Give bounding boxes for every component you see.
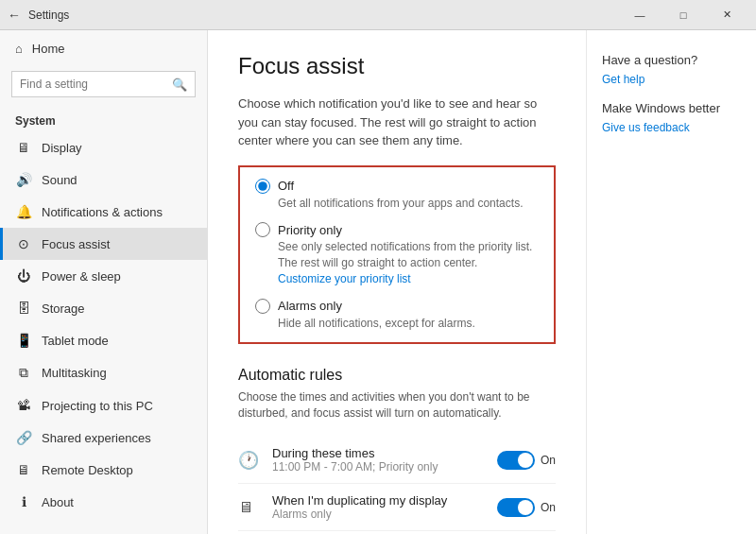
sidebar-item-projecting[interactable]: 📽 Projecting to this PC bbox=[0, 389, 207, 422]
main-content: Focus assist Choose which notification y… bbox=[208, 30, 586, 534]
sound-icon: 🔊 bbox=[15, 172, 32, 187]
shared-icon: 🔗 bbox=[15, 430, 32, 445]
automatic-rules-desc: Choose the times and activities when you… bbox=[238, 389, 556, 422]
mode-priority-radio[interactable] bbox=[255, 222, 270, 237]
rule-times-toggle[interactable] bbox=[497, 451, 535, 470]
sidebar-item-label: Multitasking bbox=[42, 366, 107, 380]
about-icon: ℹ bbox=[15, 494, 32, 509]
sidebar-item-notifications[interactable]: 🔔 Notifications & actions bbox=[0, 196, 207, 228]
sidebar-item-label: Remote Desktop bbox=[42, 463, 133, 477]
sidebar-item-power[interactable]: ⏻ Power & sleep bbox=[0, 260, 207, 292]
sidebar-item-label: Projecting to this PC bbox=[42, 399, 153, 413]
sidebar-item-focus-assist[interactable]: ⊙ Focus assist bbox=[0, 228, 207, 260]
automatic-rules-title: Automatic rules bbox=[238, 367, 556, 384]
mode-alarms-label[interactable]: Alarms only bbox=[278, 299, 342, 313]
rule-times-sub: 11:00 PM - 7:00 AM; Priority only bbox=[272, 460, 497, 474]
notifications-icon: 🔔 bbox=[15, 204, 32, 219]
home-icon: ⌂ bbox=[15, 42, 23, 56]
search-icon: 🔍 bbox=[172, 78, 187, 92]
close-button[interactable]: ✕ bbox=[705, 0, 748, 30]
rule-times-text: During these times 11:00 PM - 7:00 AM; P… bbox=[272, 446, 497, 474]
sidebar-home-button[interactable]: ⌂ Home bbox=[0, 30, 207, 67]
sidebar-item-storage[interactable]: 🗄 Storage bbox=[0, 292, 207, 324]
sidebar-item-label: About bbox=[42, 495, 74, 509]
rule-duplicating-toggle-label: On bbox=[541, 501, 556, 514]
mode-alarms-desc: Hide all notifications, except for alarm… bbox=[255, 316, 539, 332]
sidebar-item-label: Focus assist bbox=[42, 237, 110, 251]
sidebar-item-multitasking[interactable]: ⧉ Multitasking bbox=[0, 356, 207, 389]
rule-duplicating-row: 🖥 When I'm duplicating my display Alarms… bbox=[238, 484, 556, 531]
page-title: Focus assist bbox=[238, 53, 556, 79]
rule-times-row: 🕐 During these times 11:00 PM - 7:00 AM;… bbox=[238, 437, 556, 484]
rule-times-icon: 🕐 bbox=[238, 450, 272, 471]
app-title: Settings bbox=[28, 9, 69, 22]
mode-off-option: Off Get all notifications from your apps… bbox=[255, 179, 539, 212]
sidebar-item-label: Sound bbox=[42, 173, 77, 187]
window-controls: — □ ✕ bbox=[618, 0, 748, 30]
sidebar-item-shared[interactable]: 🔗 Shared experiences bbox=[0, 422, 207, 454]
mode-alarms-radio[interactable] bbox=[255, 299, 270, 314]
sidebar-item-label: Display bbox=[42, 141, 82, 155]
rule-duplicating-text: When I'm duplicating my display Alarms o… bbox=[272, 493, 497, 521]
rule-times-toggle-label: On bbox=[541, 454, 556, 467]
mode-selection-box: Off Get all notifications from your apps… bbox=[238, 165, 556, 345]
back-icon[interactable]: ← bbox=[8, 8, 21, 23]
sidebar-section-label: System bbox=[0, 105, 207, 131]
rule-duplicating-icon: 🖥 bbox=[238, 499, 272, 516]
mode-priority-label[interactable]: Priority only bbox=[278, 223, 342, 237]
right-panel: Have a question? Get help Make Windows b… bbox=[586, 30, 756, 534]
question-title: Have a question? bbox=[602, 53, 741, 67]
mode-off-label[interactable]: Off bbox=[278, 179, 294, 193]
rule-times-name: During these times bbox=[272, 446, 497, 460]
page-description: Choose which notification you'd like to … bbox=[238, 95, 556, 150]
rule-duplicating-toggle[interactable] bbox=[497, 498, 535, 517]
sidebar-item-label: Notifications & actions bbox=[42, 205, 163, 219]
rule-times-toggle-container: On bbox=[497, 451, 556, 470]
maximize-button[interactable]: □ bbox=[662, 0, 705, 30]
projecting-icon: 📽 bbox=[15, 398, 32, 413]
remote-icon: 🖥 bbox=[15, 462, 32, 477]
mode-off-desc: Get all notifications from your apps and… bbox=[255, 196, 539, 212]
focus-assist-icon: ⊙ bbox=[15, 236, 32, 251]
storage-icon: 🗄 bbox=[15, 301, 32, 316]
mode-alarms-option: Alarms only Hide all notifications, exce… bbox=[255, 299, 539, 332]
sidebar-item-display[interactable]: 🖥 Display bbox=[0, 131, 207, 164]
feedback-link[interactable]: Give us feedback bbox=[602, 121, 741, 134]
multitasking-icon: ⧉ bbox=[15, 365, 32, 381]
sidebar-item-label: Storage bbox=[42, 301, 85, 316]
display-icon: 🖥 bbox=[15, 140, 32, 155]
rule-duplicating-sub: Alarms only bbox=[272, 508, 497, 521]
sidebar-item-label: Shared experiences bbox=[42, 431, 151, 445]
sidebar: ⌂ Home 🔍 System 🖥 Display 🔊 Sound 🔔 Noti… bbox=[0, 30, 208, 534]
sidebar-item-remote[interactable]: 🖥 Remote Desktop bbox=[0, 454, 207, 486]
sidebar-item-sound[interactable]: 🔊 Sound bbox=[0, 164, 207, 196]
rule-duplicating-toggle-container: On bbox=[497, 498, 556, 517]
sidebar-item-label: Tablet mode bbox=[42, 334, 109, 348]
sidebar-item-about[interactable]: ℹ About bbox=[0, 486, 207, 518]
tablet-icon: 📱 bbox=[15, 333, 32, 348]
power-icon: ⏻ bbox=[15, 268, 32, 284]
customize-priority-link[interactable]: Customize your priority list bbox=[278, 272, 411, 285]
feedback-title: Make Windows better bbox=[602, 101, 741, 115]
mode-off-radio[interactable] bbox=[255, 179, 270, 194]
sidebar-item-label: Power & sleep bbox=[42, 269, 121, 284]
rule-duplicating-name: When I'm duplicating my display bbox=[272, 493, 497, 508]
home-label: Home bbox=[32, 42, 65, 56]
mode-priority-desc: See only selected notifications from the… bbox=[255, 239, 539, 286]
mode-priority-option: Priority only See only selected notifica… bbox=[255, 222, 539, 286]
sidebar-item-tablet[interactable]: 📱 Tablet mode bbox=[0, 324, 207, 356]
search-box[interactable]: 🔍 bbox=[11, 71, 196, 97]
get-help-link[interactable]: Get help bbox=[602, 73, 741, 86]
minimize-button[interactable]: — bbox=[618, 0, 662, 30]
title-bar: ← Settings — □ ✕ bbox=[0, 0, 756, 30]
search-input[interactable] bbox=[20, 78, 172, 91]
